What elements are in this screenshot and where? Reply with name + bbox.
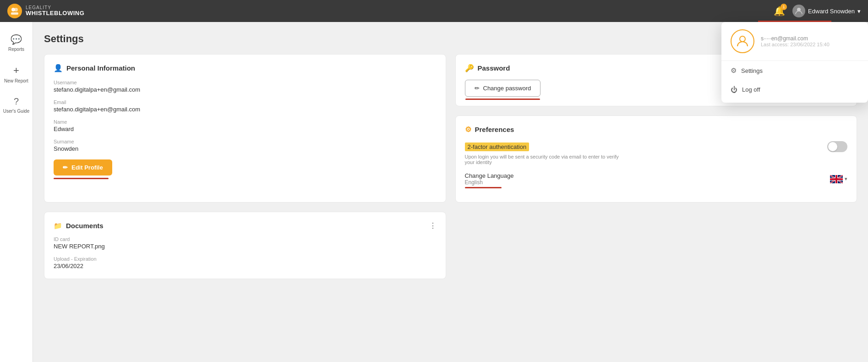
username-label: Username [54,80,437,85]
user-avatar-nav [792,5,805,17]
language-row: Change Language English [465,172,848,186]
dropdown-settings-item[interactable]: ⚙ Settings [721,61,868,80]
dropdown-logoff-item[interactable]: ⏻ Log off [721,80,868,99]
notifications-button[interactable]: 🔔 1 [774,5,785,16]
username-field: Username stefano.digitalpa+en@gmail.com [54,80,437,93]
user-dropdown: s·····en@gmail.com Last access: 23/06/20… [721,22,868,103]
doc-date-value: 23/06/2022 [54,263,437,269]
surname-value: Snowden [54,145,437,152]
language-selector[interactable]: ▾ [830,175,847,183]
edit-profile-label: Edit Profile [71,164,103,171]
brand-text: LEGALITY WHISTLEBLOWING [26,5,84,16]
doc-type-label: ID card [54,236,437,242]
sliders-icon: ⚙ [465,125,471,134]
svg-rect-9 [830,178,843,180]
email-label: Email [54,99,437,105]
email-value: stefano.digitalpa+en@gmail.com [54,106,437,113]
chevron-down-icon: ▾ [857,8,861,15]
name-field: Name Edward [54,119,437,132]
dropdown-settings-label: Settings [741,67,763,74]
personal-info-card-title: 👤 Personal Information [54,64,437,72]
change-password-label: Change password [483,85,531,92]
folder-icon: 📁 [54,222,62,230]
documents-title: Documents [66,222,104,230]
svg-point-1 [14,8,18,11]
documents-card: 📁 Documents ⋮ ID card NEW REPORT.png Upl… [44,212,446,279]
preferences-title: Preferences [475,126,514,133]
language-label: Change Language [465,172,514,179]
doc-date-label: Upload - Expiration [54,256,437,262]
svg-rect-2 [11,12,18,15]
sidebar-item-label-new-report: New Report [4,78,28,83]
preferences-card: ⚙ Preferences 2-factor authentication Up… [455,115,857,203]
dropdown-logoff-label: Log off [742,86,760,93]
sidebar-item-label-users-guide: User's Guide [3,109,30,114]
change-password-button[interactable]: ✏ Change password [465,80,541,97]
two-factor-description: Upon login you will be sent a security c… [465,154,621,165]
documents-title-left: 📁 Documents [54,222,104,230]
dropdown-header: s·····en@gmail.com Last access: 23/06/20… [721,29,868,61]
documents-card-title: 📁 Documents ⋮ [54,221,437,230]
two-factor-item: 2-factor authentication Upon login you w… [465,141,848,165]
surname-label: Surname [54,139,437,144]
username-value: stefano.digitalpa+en@gmail.com [54,86,437,93]
sidebar-item-reports[interactable]: 💬 Reports [0,29,33,56]
sidebar-item-users-guide[interactable]: ? User's Guide [0,92,33,118]
edit-profile-button[interactable]: ✏ Edit Profile [54,159,112,176]
dropdown-last-access: Last access: 23/06/2022 15:40 [761,42,830,47]
language-item: Change Language English [465,172,848,186]
sidebar-item-new-report[interactable]: + New Report [0,60,33,88]
navbar: LEGALITY WHISTLEBLOWING 🔔 1 Edward Snowd… [0,0,868,22]
sidebar: 💬 Reports + New Report ? User's Guide [0,22,33,362]
personal-information-card: 👤 Personal Information Username stefano.… [44,54,446,203]
reports-icon: 💬 [11,34,22,45]
doc-dates-item: Upload - Expiration 23/06/2022 [54,256,437,269]
svg-point-4 [740,36,745,42]
navbar-right: 🔔 1 Edward Snowden ▾ [774,5,861,17]
name-label: Name [54,119,437,125]
key-icon: 🔑 [465,64,474,72]
dropdown-user-info: s·····en@gmail.com Last access: 23/06/20… [761,35,830,47]
surname-field: Surname Snowden [54,139,437,152]
gear-icon: ⚙ [731,66,737,75]
doc-filename: NEW REPORT.png [54,243,437,250]
brand: LEGALITY WHISTLEBLOWING [7,4,84,18]
dropdown-email: s·····en@gmail.com [761,35,830,42]
user-menu-button[interactable]: Edward Snowden ▾ [792,5,861,17]
language-value: English [465,179,514,186]
sidebar-item-label-reports: Reports [8,47,24,52]
person-icon: 👤 [54,64,63,72]
preferences-card-title: ⚙ Preferences [465,125,848,134]
change-password-icon: ✏ [475,85,480,92]
two-factor-toggle[interactable] [827,141,847,152]
users-guide-icon: ? [14,96,19,107]
name-value: Edward [54,126,437,132]
dropdown-avatar [731,29,754,53]
edit-profile-icon: ✏ [63,164,68,171]
uk-flag-icon [830,175,843,183]
user-name: Edward Snowden [808,8,855,15]
brand-name: WHISTLEBLOWING [26,10,84,16]
notification-badge: 1 [781,4,787,10]
email-field: Email stefano.digitalpa+en@gmail.com [54,99,437,113]
password-title: Password [478,64,510,72]
two-factor-label: 2-factor authentication [465,143,530,151]
logoff-icon: ⏻ [731,86,737,93]
two-factor-row: 2-factor authentication [465,141,848,152]
brand-logo [7,4,22,18]
language-left: Change Language English [465,172,514,186]
documents-menu-icon[interactable]: ⋮ [429,221,437,230]
document-item: ID card NEW REPORT.png [54,236,437,250]
personal-info-title: Personal Information [66,64,135,72]
new-report-icon: + [13,65,19,77]
language-chevron-icon: ▾ [845,176,847,182]
